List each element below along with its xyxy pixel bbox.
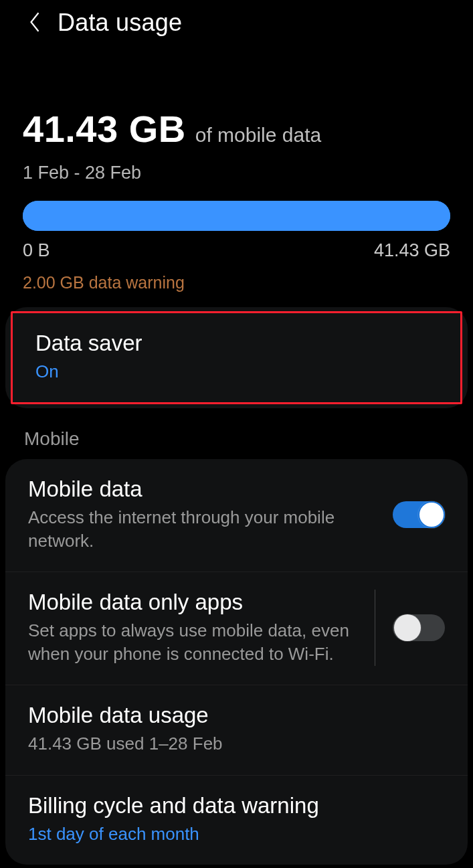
mobile-data-usage-sub: 41.43 GB used 1–28 Feb bbox=[28, 732, 445, 756]
usage-summary: 41.43 GB of mobile data 1 Feb - 28 Feb bbox=[0, 47, 473, 183]
chevron-left-icon bbox=[27, 10, 42, 36]
mobile-data-toggle[interactable] bbox=[393, 501, 445, 528]
header: Data usage bbox=[0, 0, 473, 47]
data-saver-status: On bbox=[35, 360, 438, 383]
usage-bar-fill bbox=[23, 201, 450, 231]
mobile-data-usage-item[interactable]: Mobile data usage 41.43 GB used 1–28 Feb bbox=[5, 685, 468, 774]
usage-bar-track bbox=[23, 201, 450, 231]
mobile-data-usage-title: Mobile data usage bbox=[28, 703, 445, 728]
mobile-card: Mobile data Access the internet through … bbox=[5, 459, 468, 865]
data-saver-item[interactable]: Data saver On bbox=[11, 311, 462, 404]
mobile-data-only-apps-title: Mobile data only apps bbox=[28, 590, 356, 615]
mobile-data-only-apps-sub: Set apps to always use mobile data, even… bbox=[28, 619, 356, 666]
mobile-data-only-apps-toggle[interactable] bbox=[393, 614, 445, 641]
billing-cycle-title: Billing cycle and data warning bbox=[28, 793, 445, 818]
page-title: Data usage bbox=[58, 9, 182, 37]
usage-bar-min: 0 B bbox=[23, 240, 50, 261]
data-saver-title: Data saver bbox=[35, 331, 438, 356]
billing-cycle-sub: 1st day of each month bbox=[28, 822, 445, 846]
mobile-section-label: Mobile bbox=[0, 408, 473, 459]
separator bbox=[375, 590, 375, 666]
mobile-data-sub: Access the internet through your mobile … bbox=[28, 506, 381, 553]
billing-cycle-item[interactable]: Billing cycle and data warning 1st day o… bbox=[5, 775, 468, 865]
data-saver-card: Data saver On bbox=[5, 307, 468, 408]
back-button[interactable] bbox=[20, 8, 50, 37]
usage-of-label: of mobile data bbox=[195, 124, 321, 147]
mobile-data-item[interactable]: Mobile data Access the internet through … bbox=[5, 459, 468, 572]
data-warning-text: 2.00 GB data warning bbox=[0, 261, 473, 307]
usage-amount: 41.43 GB bbox=[23, 107, 186, 151]
usage-bar: 0 B 41.43 GB bbox=[0, 183, 473, 261]
usage-bar-max: 41.43 GB bbox=[374, 240, 450, 261]
mobile-data-only-apps-item[interactable]: Mobile data only apps Set apps to always… bbox=[5, 572, 468, 685]
usage-date-range: 1 Feb - 28 Feb bbox=[23, 163, 450, 183]
mobile-data-title: Mobile data bbox=[28, 476, 381, 502]
